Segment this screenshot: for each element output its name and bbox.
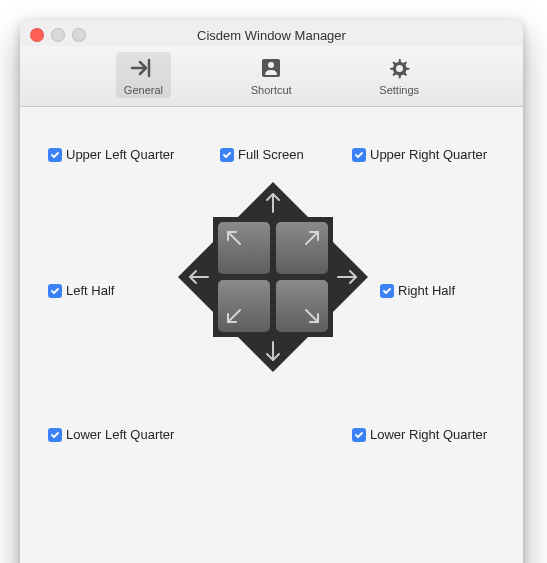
tab-settings-label: Settings [379,84,419,96]
checkbox-full-screen[interactable] [220,148,234,162]
option-lower-left-quarter: Lower Left Quarter [48,427,174,442]
checkbox-left-half[interactable] [48,284,62,298]
svg-rect-11 [218,280,270,332]
window-layout-diagram [178,182,368,372]
checkbox-right-half[interactable] [380,284,394,298]
checkbox-lower-left[interactable] [48,428,62,442]
tab-shortcut-label: Shortcut [251,84,292,96]
titlebar: Cisdem Window Manager [20,20,523,46]
tab-shortcut[interactable]: Shortcut [243,52,300,98]
preferences-window: Cisdem Window Manager General Shortcut [20,20,523,563]
window-title: Cisdem Window Manager [30,28,513,43]
svg-rect-10 [276,222,328,274]
label-lower-left: Lower Left Quarter [66,427,174,442]
shortcut-icon [256,54,286,82]
label-right-half: Right Half [398,283,455,298]
option-right-half: Right Half [380,283,455,298]
checkbox-upper-right[interactable] [352,148,366,162]
general-icon [128,54,158,82]
svg-point-2 [268,62,274,68]
traffic-lights [30,28,86,42]
option-upper-right-quarter: Upper Right Quarter [352,147,487,162]
label-full-screen: Full Screen [238,147,304,162]
minimize-button[interactable] [51,28,65,42]
tab-general[interactable]: General [116,52,171,98]
tab-general-label: General [124,84,163,96]
content-area: Upper Left Quarter Full Screen Upper Rig… [20,107,523,563]
option-full-screen: Full Screen [220,147,304,162]
label-lower-right: Lower Right Quarter [370,427,487,442]
option-left-half: Left Half [48,283,114,298]
checkbox-upper-left[interactable] [48,148,62,162]
close-button[interactable] [30,28,44,42]
svg-rect-9 [218,222,270,274]
svg-rect-12 [276,280,328,332]
label-upper-left: Upper Left Quarter [66,147,174,162]
label-left-half: Left Half [66,283,114,298]
tab-settings[interactable]: Settings [371,52,427,98]
maximize-button[interactable] [72,28,86,42]
option-upper-left-quarter: Upper Left Quarter [48,147,174,162]
toolbar: General Shortcut Settings [20,46,523,107]
label-upper-right: Upper Right Quarter [370,147,487,162]
settings-icon [384,54,414,82]
checkbox-lower-right[interactable] [352,428,366,442]
svg-point-3 [396,65,403,72]
option-lower-right-quarter: Lower Right Quarter [352,427,487,442]
